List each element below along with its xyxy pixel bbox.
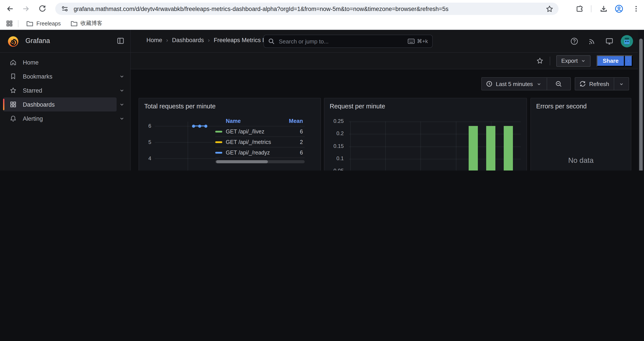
series-color-dash — [215, 152, 222, 154]
forward-icon[interactable] — [22, 5, 30, 13]
help-icon[interactable] — [570, 37, 578, 45]
breadcrumb-home[interactable]: Home — [146, 37, 162, 44]
panel-title[interactable]: Total requests per minute — [144, 103, 216, 110]
gridline — [349, 122, 521, 122]
brand-title[interactable]: Grafana — [26, 37, 50, 45]
refresh-icon — [580, 81, 586, 87]
chevron-down-icon[interactable] — [119, 74, 124, 79]
gridline — [155, 142, 219, 143]
chevron-down-icon[interactable] — [119, 116, 124, 121]
panel-title[interactable]: Errors per second — [536, 103, 587, 110]
chevron-down-icon — [619, 81, 624, 86]
tune-icon[interactable] — [62, 5, 68, 12]
series-name[interactable]: GET /api/_/metrics — [226, 139, 271, 145]
bookmarks-bar: Freeleaps 收藏博客 — [0, 18, 644, 30]
refresh-interval-menu[interactable] — [614, 81, 629, 86]
actions-divider — [550, 56, 550, 65]
export-button[interactable]: Export — [556, 55, 590, 67]
legend-row: GET /api/_/metrics 2 — [215, 137, 305, 147]
user-avatar[interactable] — [621, 35, 633, 47]
share-menu-button[interactable] — [625, 55, 632, 67]
address-bar[interactable]: grafana.mathmast.com/d/deytv4rwavabkb/fr… — [55, 3, 558, 15]
sidebar-item-alerting[interactable]: Alerting — [3, 112, 116, 126]
screen: grafana.mathmast.com/d/deytv4rwavabkb/fr… — [0, 0, 644, 171]
chevron-down-icon — [581, 58, 586, 63]
sidebar-item-label: Dashboards — [23, 101, 55, 108]
panel-total-requests-per-minute: Total requests per minute 6 5 4 3 2 — [138, 98, 321, 171]
sidebar-header: Grafana — [0, 30, 130, 53]
panel-title[interactable]: Request per minute — [330, 103, 385, 110]
profile-icon[interactable] — [615, 5, 624, 13]
share-button[interactable]: Share — [597, 55, 625, 67]
sidebar-item-dashboards[interactable]: Dashboards — [3, 97, 116, 112]
series-name[interactable]: GET /api/_/livez — [226, 128, 264, 135]
breadcrumb-dashboards[interactable]: Dashboards — [172, 37, 204, 44]
bookmark-folder-freeleaps[interactable]: Freeleaps — [26, 21, 61, 27]
series-color-dash — [215, 131, 222, 133]
search-input[interactable] — [278, 38, 408, 45]
gridline — [456, 122, 456, 171]
extensions-icon[interactable] — [576, 5, 584, 13]
dashboard-canvas: Last 5 minutes Refresh — [131, 69, 644, 171]
browser-chrome: grafana.mathmast.com/d/deytv4rwavabkb/fr… — [0, 0, 644, 30]
folder-icon — [26, 21, 33, 27]
legend-row: GET /api/_/livez 6 — [215, 126, 305, 137]
bar-2xx — [486, 126, 496, 171]
chevron-down-icon[interactable] — [119, 102, 124, 107]
search-box[interactable]: ⌘+k — [264, 35, 433, 48]
favorite-star-icon[interactable] — [536, 57, 544, 65]
data-point — [192, 124, 195, 128]
data-point — [204, 124, 207, 128]
zoom-out-icon[interactable] — [547, 81, 570, 87]
share-split-button: Share — [597, 55, 632, 67]
reload-icon[interactable] — [38, 5, 46, 12]
bell-icon — [10, 115, 17, 122]
sidebar: Grafana Home Bookmarks Starred — [0, 30, 131, 171]
sidebar-item-starred[interactable]: Starred — [3, 83, 116, 97]
dock-sidebar-icon[interactable] — [116, 37, 124, 45]
gridline — [155, 126, 219, 126]
url-text[interactable]: grafana.mathmast.com/d/deytv4rwavabkb/fr… — [74, 6, 540, 12]
bar-2xx — [504, 126, 513, 171]
bookmark-label: 收藏博客 — [80, 20, 102, 27]
grafana-logo[interactable] — [6, 35, 20, 48]
no-data-message: No data — [531, 156, 631, 165]
clock-icon — [486, 81, 492, 87]
search-icon — [268, 38, 274, 44]
rss-news-icon[interactable] — [588, 37, 596, 45]
time-range-picker[interactable]: Last 5 minutes — [496, 81, 533, 87]
bookmarks-divider — [18, 20, 18, 27]
gridline — [188, 122, 188, 171]
legend-hscrollbar[interactable] — [215, 160, 305, 163]
folder-icon — [70, 21, 78, 27]
sidebar-item-label: Home — [23, 59, 38, 66]
panel-errors-per-second: Errors per second No data — [530, 98, 631, 171]
search-shortcut: ⌘+k — [408, 38, 428, 44]
bookmark-folder-blogs[interactable]: 收藏博客 — [70, 20, 102, 27]
chevron-down-icon[interactable] — [119, 88, 124, 93]
sidebar-item-home[interactable]: Home — [3, 55, 116, 69]
refresh-button[interactable]: Refresh — [589, 81, 609, 87]
chevron-down-icon — [628, 59, 629, 63]
bookmark-star-icon[interactable] — [546, 5, 553, 13]
menu-kebab-icon[interactable] — [632, 5, 640, 13]
series-mean: 6 — [300, 149, 303, 156]
sidebar-item-label: Starred — [23, 87, 42, 94]
monitor-icon[interactable] — [606, 37, 613, 45]
gridline — [420, 122, 421, 171]
page-scrollbar[interactable] — [638, 30, 644, 171]
apps-grid-icon[interactable] — [6, 20, 13, 27]
back-icon[interactable] — [6, 5, 14, 13]
legend-col-mean[interactable]: Mean — [289, 118, 303, 124]
sidebar-item-bookmarks[interactable]: Bookmarks — [3, 69, 116, 83]
home-icon — [10, 59, 17, 66]
sidebar-item-label: Bookmarks — [23, 73, 52, 80]
legend-col-name[interactable]: Name — [226, 118, 241, 124]
dashboard-actions: Export Share — [131, 53, 644, 69]
gridline — [350, 122, 351, 171]
series-mean: 6 — [300, 128, 303, 135]
panel-request-per-minute: Request per minute 0.25 0.2 0.15 0.1 0.0… — [324, 98, 527, 171]
download-icon[interactable] — [600, 5, 608, 13]
bar-2xx — [469, 126, 478, 171]
series-name[interactable]: GET /api/_/readyz — [226, 149, 270, 156]
